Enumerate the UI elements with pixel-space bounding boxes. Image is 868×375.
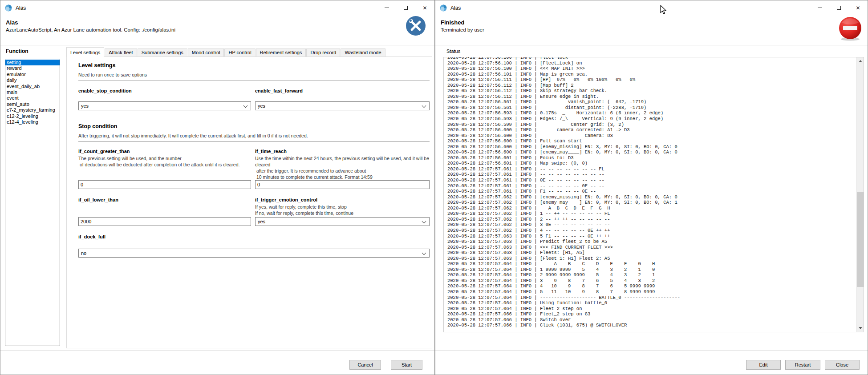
select-if-dock-full[interactable]: no: [78, 249, 430, 258]
log-line: 2020-05-28 12:07:56.601 | INFO | Map swi…: [447, 161, 680, 166]
scrollbar-thumb[interactable]: [857, 192, 864, 287]
log-line: 2020-05-28 12:07:57.063 | INFO | 5 F1 --…: [447, 234, 680, 239]
alas-config-window: Alas ✕ Alas AzurLaneAutoScript, An Azur …: [0, 0, 435, 375]
function-list-item-label: event: [7, 95, 19, 101]
chevron-down-icon: [422, 219, 426, 224]
function-list-item[interactable]: semi_auto: [5, 101, 60, 107]
function-list-item[interactable]: c7-2_mystery_farming: [5, 107, 60, 113]
log-line: 2020-05-28 12:07:56.100 | INFO | <<< MAP…: [447, 66, 680, 72]
select-value: yes: [258, 219, 265, 224]
close-window-button[interactable]: Close: [825, 360, 860, 370]
function-list-item[interactable]: c12-2_leveling: [5, 113, 60, 119]
close-button[interactable]: ✕: [848, 0, 868, 15]
settings-tab[interactable]: Wasteland mode: [341, 48, 385, 56]
log-line: 2020-05-28 12:07:56.599 | INFO | Center …: [447, 122, 680, 128]
function-list-item-label: c7-2_mystery_farming: [7, 107, 55, 113]
input-if-time-reach[interactable]: [255, 180, 430, 189]
settings-tab[interactable]: Attack fleet: [105, 48, 137, 56]
chevron-down-icon: [422, 251, 426, 255]
footer-divider: [435, 350, 868, 351]
titlebar[interactable]: Alas ✕: [0, 0, 434, 15]
log-line: 2020-05-28 12:07:56.593 | INFO | Edges: …: [447, 116, 680, 122]
input-if-oil-lower-than[interactable]: [78, 217, 251, 226]
input-if-count-greater-than[interactable]: [78, 180, 251, 189]
function-list-item[interactable]: event_daily_ab: [5, 84, 60, 89]
section-desc-level-settings: Need to run once to save options: [78, 72, 147, 77]
header-divider: [0, 45, 434, 45]
function-list-item[interactable]: emulator: [5, 72, 60, 77]
status-label: Status: [446, 48, 460, 54]
scroll-up-button[interactable]: [856, 57, 864, 65]
function-list-item-label: c12-4_leveling: [7, 119, 38, 125]
log-line: 2020-05-28 12:07:56.100 | INFO | fleet_l…: [447, 57, 680, 60]
log-line: 2020-05-28 12:07:56.111 | INFO | [HP] 97…: [447, 77, 680, 83]
maximize-icon: [404, 6, 408, 10]
maximize-button[interactable]: [396, 0, 415, 15]
section-title-stop-condition: Stop condition: [78, 123, 117, 129]
log-line: 2020-05-28 12:07:57.064 | INFO | Using f…: [447, 300, 680, 306]
settings-tab[interactable]: Mood control: [188, 48, 224, 56]
chevron-down-icon: [243, 104, 248, 108]
tab-label: Retirement settings: [260, 50, 302, 55]
log-line: 2020-05-28 12:07:56.561 | INFO | distant…: [447, 105, 680, 111]
log-line: 2020-05-28 12:07:57.062 | INFO | 3 0E --…: [447, 222, 680, 228]
minimize-button[interactable]: [810, 0, 829, 15]
window-title: Alas: [450, 5, 461, 11]
log-line: 2020-05-28 12:07:57.062 | INFO | A B C D…: [447, 206, 680, 211]
select-enable-fast-forward[interactable]: yes: [255, 101, 430, 110]
settings-tab[interactable]: Retirement settings: [256, 48, 306, 56]
settings-tab[interactable]: Level settings: [66, 47, 104, 57]
log-line: 2020-05-28 12:07:57.062 | INFO | 1 -- ++…: [447, 211, 680, 217]
tab-content-panel: Level settings Need to run once to save …: [66, 56, 432, 348]
log-line: 2020-05-28 12:07:57.064 | INFO | Fleet 2…: [447, 306, 680, 312]
log-line: 2020-05-28 12:07:57.063 | INFO | <<< FIN…: [447, 245, 680, 250]
log-line: 2020-05-28 12:07:56.112 | INFO | Ensure …: [447, 94, 680, 100]
alas-logo-icon: [440, 4, 447, 12]
settings-tab[interactable]: HP control: [224, 48, 255, 56]
log-line: 2020-05-28 12:07:56.593 | INFO | 0.175s …: [447, 110, 680, 116]
run-status-subtitle: Terminated by user: [441, 27, 484, 32]
log-line: 2020-05-28 12:07:56.600 | INFO | camera …: [447, 127, 680, 133]
arrow-down-icon: [859, 327, 862, 329]
select-if-trigger-emotion-control[interactable]: yes: [255, 217, 430, 226]
function-list-item[interactable]: daily: [5, 77, 60, 83]
function-list-item[interactable]: reward: [5, 65, 60, 71]
log-line: 2020-05-28 12:07:56.112 | INFO | [Map_bu…: [447, 83, 680, 89]
mouse-cursor: [660, 5, 668, 15]
label-if-dock-full: if_dock_full: [78, 234, 105, 239]
edit-button[interactable]: Edit: [746, 360, 781, 370]
function-list-item-label: event_daily_ab: [7, 84, 40, 89]
start-button[interactable]: Start: [391, 360, 422, 370]
scroll-down-button[interactable]: [856, 324, 864, 332]
function-list-item[interactable]: event: [5, 95, 60, 101]
log-line: 2020-05-28 12:07:56.600 | INFO | [enemy_…: [447, 149, 680, 155]
minimize-button[interactable]: [377, 0, 396, 15]
select-value: yes: [258, 103, 265, 109]
log-line: 2020-05-28 12:07:56.600 | INFO | [enemy_…: [447, 144, 680, 150]
function-label: Function: [6, 48, 28, 54]
cancel-button[interactable]: Cancel: [349, 360, 381, 370]
run-status-title: Finished: [441, 19, 464, 26]
alas-logo-icon: [5, 4, 12, 12]
function-list[interactable]: setting reward emulator daily event_dail…: [5, 59, 60, 346]
settings-tab[interactable]: Submarine settings: [138, 48, 187, 56]
function-list-item-label: c12-2_leveling: [7, 113, 38, 119]
restart-button[interactable]: Restart: [785, 360, 820, 370]
log-line: 2020-05-28 12:07:57.064 | INFO | -------…: [447, 295, 680, 301]
function-list-item[interactable]: c12-4_leveling: [5, 119, 60, 125]
tab-label: Drop record: [310, 50, 336, 55]
log-line: 2020-05-28 12:07:57.063 | INFO | Predict…: [447, 239, 680, 245]
settings-tab[interactable]: Drop record: [306, 48, 340, 56]
function-list-item[interactable]: setting: [5, 60, 60, 65]
app-subtitle: AzurLaneAutoScript, An Azur Lane automat…: [6, 27, 175, 32]
select-enable-stop-condition[interactable]: yes: [78, 101, 251, 110]
log-scrollbar[interactable]: [856, 57, 864, 332]
minimize-icon: [385, 8, 389, 8]
titlebar[interactable]: Alas ✕: [435, 0, 868, 15]
section-divider: [78, 81, 430, 81]
maximize-button[interactable]: [829, 0, 848, 15]
maximize-icon: [837, 6, 841, 10]
function-list-item[interactable]: main: [5, 89, 60, 95]
close-button[interactable]: ✕: [415, 0, 434, 15]
window-title: Alas: [16, 5, 26, 11]
